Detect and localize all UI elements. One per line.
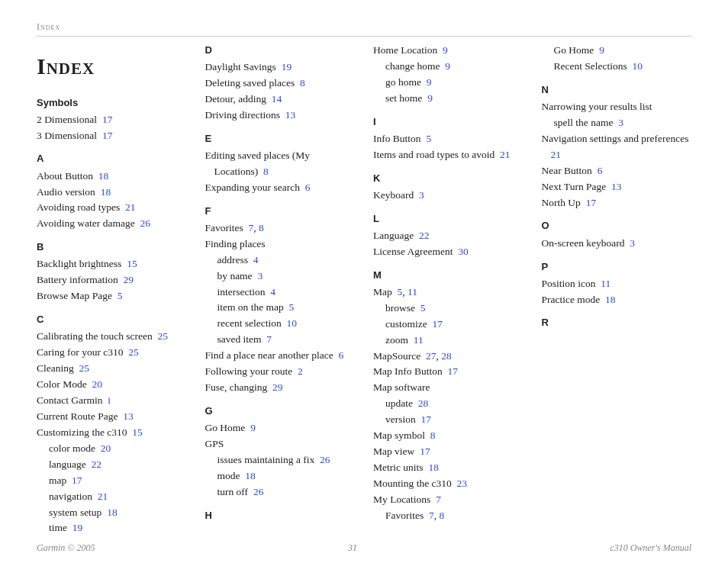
page-link[interactable]: 8 <box>430 429 436 441</box>
page-link[interactable]: 18 <box>605 294 616 305</box>
index-entry: Customizing the c310 15 <box>37 425 187 441</box>
page-link[interactable]: 9 <box>443 44 448 56</box>
page-link[interactable]: 9 <box>427 92 433 104</box>
page-link[interactable]: 3 <box>618 117 623 128</box>
page-link[interactable]: 8 <box>263 166 269 177</box>
page-link[interactable]: 5 <box>398 286 403 298</box>
index-entry: navigation 21 <box>37 489 187 505</box>
page-link[interactable]: 6 <box>339 349 344 361</box>
page-link[interactable]: 5 <box>420 302 426 314</box>
index-entry: Detour, adding 14 <box>205 92 356 108</box>
page-link[interactable]: 8 <box>300 77 305 88</box>
page-link[interactable]: 8 <box>259 222 264 233</box>
page-link[interactable]: 4 <box>253 254 259 265</box>
index-entry: MapSource 27, 28 <box>373 349 523 365</box>
index-entry-text: Deleting saved places <box>205 77 295 88</box>
page-link[interactable]: 18 <box>101 186 111 198</box>
page-link[interactable]: 25 <box>79 362 90 374</box>
page-link[interactable]: 6 <box>305 182 311 193</box>
index-entry: customize 17 <box>373 317 523 333</box>
page-link[interactable]: 11 <box>414 334 424 346</box>
page-link[interactable]: 4 <box>270 286 275 298</box>
page-link[interactable]: 29 <box>124 274 134 285</box>
page-link[interactable]: 9 <box>599 44 604 56</box>
page-link[interactable]: 5 <box>118 290 123 301</box>
page-link[interactable]: 15 <box>132 426 143 438</box>
index-entry-text: change home <box>385 60 440 72</box>
index-entry: Favorites 7, 8 <box>205 220 356 236</box>
page-link[interactable]: 25 <box>128 346 139 358</box>
page-link[interactable]: 8 <box>440 510 445 521</box>
page-link[interactable]: 27 <box>426 350 436 362</box>
page-link[interactable]: 17 <box>586 197 597 208</box>
page-link[interactable]: 23 <box>457 478 468 489</box>
page-link[interactable]: 22 <box>419 230 430 241</box>
page-link[interactable]: 21 <box>98 491 108 502</box>
page-link[interactable]: 21 <box>125 201 136 213</box>
index-entry: Map view 17 <box>373 444 523 460</box>
page-link[interactable]: 19 <box>282 61 292 72</box>
page-link[interactable]: 17 <box>421 413 432 425</box>
page-link[interactable]: 18 <box>98 170 109 182</box>
page-link[interactable]: 5 <box>289 301 295 313</box>
page-link[interactable]: 7 <box>429 510 434 521</box>
page-link[interactable]: 22 <box>91 458 101 470</box>
page-link[interactable]: 3 <box>419 189 424 201</box>
page-link[interactable]: 2 <box>298 365 303 377</box>
index-entry-text: Map symbol <box>373 429 425 441</box>
page-link[interactable]: 18 <box>428 462 439 473</box>
page-link[interactable]: 26 <box>253 486 264 497</box>
index-entry: Current Route Page 13 <box>37 409 187 425</box>
page-link[interactable]: 17 <box>420 446 430 457</box>
index-entry: mode 18 <box>205 468 356 484</box>
page-link[interactable]: 20 <box>92 378 102 390</box>
index-entry-text: intersection <box>217 286 266 298</box>
page-link[interactable]: 11 <box>601 278 610 289</box>
index-entry-text: Keyboard <box>373 189 414 201</box>
page-link[interactable]: 3 <box>630 237 635 249</box>
page-link[interactable]: 17 <box>102 114 113 125</box>
index-entry: intersection 4 <box>205 285 356 301</box>
page-link[interactable]: 26 <box>320 454 330 465</box>
index-entry-text: Daylight Savings <box>205 61 276 72</box>
index-columns: Index Symbols2 Dimensional 173 Dimension… <box>37 43 691 538</box>
page-link[interactable]: 30 <box>458 246 469 257</box>
page-link[interactable]: 5 <box>426 133 431 144</box>
page-link[interactable]: 10 <box>287 317 298 329</box>
page-link[interactable]: 26 <box>140 217 150 229</box>
page-link[interactable]: 17 <box>102 130 113 141</box>
index-entry: Find a place near another place 6 <box>205 348 356 364</box>
page-link[interactable]: 9 <box>445 60 450 72</box>
page-link[interactable]: 7 <box>436 494 441 505</box>
page-link[interactable]: 28 <box>441 350 452 362</box>
page-link[interactable]: 18 <box>245 470 256 481</box>
page-link[interactable]: i <box>108 394 111 406</box>
page-link[interactable]: 21 <box>500 149 511 160</box>
page-link[interactable]: 21 <box>551 149 562 160</box>
page-link[interactable]: 7 <box>266 333 272 345</box>
page-link[interactable]: 13 <box>285 109 296 121</box>
page-link[interactable]: 6 <box>598 165 603 176</box>
page-link[interactable]: 20 <box>101 442 111 454</box>
page-link[interactable]: 29 <box>272 381 283 393</box>
index-entry-text: Map view <box>373 446 414 457</box>
page-link[interactable]: 13 <box>611 181 622 192</box>
page-link[interactable]: 10 <box>633 60 643 72</box>
page-link[interactable]: 17 <box>72 475 82 486</box>
page-link[interactable]: 11 <box>407 286 417 298</box>
page-link[interactable]: 9 <box>427 76 432 88</box>
page-link[interactable]: 18 <box>107 507 118 518</box>
page-link[interactable]: 19 <box>72 522 83 533</box>
page-link[interactable]: 3 <box>257 270 263 282</box>
page-link[interactable]: 28 <box>418 397 429 409</box>
page-link[interactable]: 13 <box>123 410 134 422</box>
page-link[interactable]: 14 <box>272 93 282 105</box>
index-entry-text: Following your route <box>205 365 293 377</box>
page-link[interactable]: 17 <box>432 318 443 330</box>
page-link[interactable]: 15 <box>127 258 137 269</box>
index-entry-text: by name <box>217 270 253 282</box>
page-link[interactable]: 17 <box>448 365 459 377</box>
page-link[interactable]: 25 <box>158 330 169 342</box>
page-link[interactable]: 9 <box>250 422 256 433</box>
page-link[interactable]: 7 <box>249 222 254 233</box>
